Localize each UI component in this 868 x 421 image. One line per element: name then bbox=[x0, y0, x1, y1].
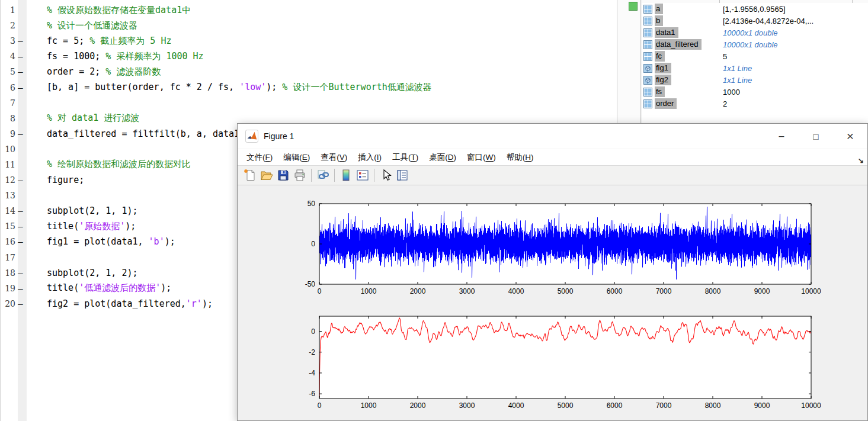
variable-name[interactable]: fig2 bbox=[655, 75, 671, 85]
line-number: 4 bbox=[1, 52, 15, 61]
workspace-row-fs[interactable]: fs1000 bbox=[642, 86, 868, 98]
variable-name[interactable]: b bbox=[655, 15, 663, 26]
code-line[interactable]: 1% 假设原始数据存储在变量data1中 bbox=[1, 2, 617, 18]
line-number: 7 bbox=[1, 98, 15, 108]
matrix-icon bbox=[643, 52, 652, 61]
line-number: 1 bbox=[1, 5, 15, 15]
svg-text:1000: 1000 bbox=[361, 287, 377, 295]
open-file-icon[interactable] bbox=[260, 168, 274, 182]
svg-text:4000: 4000 bbox=[508, 401, 524, 410]
line-number: 5 bbox=[1, 67, 15, 76]
code-text: subplot(2, 1, 1); bbox=[25, 205, 138, 216]
variable-value: 1000 bbox=[723, 88, 740, 97]
executable-line-marker[interactable]: – bbox=[15, 36, 25, 46]
menu-d[interactable]: 桌面(D) bbox=[424, 152, 462, 163]
svg-text:9000: 9000 bbox=[754, 287, 770, 295]
variable-value: 1x1 Line bbox=[723, 76, 752, 85]
menu-h[interactable]: 帮助(H) bbox=[501, 152, 539, 163]
code-line[interactable]: 6–[b, a] = butter(order, fc * 2 / fs, 'l… bbox=[1, 79, 617, 95]
code-text: order = 2; % 滤波器阶数 bbox=[25, 66, 161, 78]
variable-name[interactable]: fs bbox=[655, 86, 665, 97]
save-figure-icon[interactable] bbox=[276, 168, 290, 182]
new-figure-icon[interactable] bbox=[243, 168, 257, 182]
figure-window-title: Figure 1 bbox=[264, 124, 294, 149]
workspace-row-fig1[interactable]: fig11x1 Line bbox=[642, 62, 868, 74]
menu-t[interactable]: 工具(T) bbox=[387, 152, 424, 163]
line-number: 19 bbox=[1, 284, 15, 293]
svg-text:2000: 2000 bbox=[410, 287, 426, 295]
line-number: 9 bbox=[1, 129, 15, 139]
workspace-row-data_filtered[interactable]: data_filtered10000x1 double bbox=[642, 38, 868, 50]
svg-text:9000: 9000 bbox=[754, 401, 770, 410]
svg-text:7000: 7000 bbox=[656, 287, 672, 295]
print-figure-icon[interactable] bbox=[293, 168, 307, 182]
svg-text:0: 0 bbox=[311, 327, 315, 336]
svg-text:5000: 5000 bbox=[558, 401, 574, 410]
executable-line-marker[interactable]: – bbox=[15, 67, 25, 76]
code-line[interactable]: 7 bbox=[1, 95, 617, 111]
toolbar-separator bbox=[311, 169, 312, 182]
variable-name[interactable]: order bbox=[655, 98, 677, 109]
code-text: fs = 1000; % 采样频率为 1000 Hz bbox=[25, 51, 204, 62]
code-text: % 假设原始数据存储在变量data1中 bbox=[25, 5, 191, 16]
close-button[interactable]: × bbox=[833, 124, 867, 149]
maximize-button[interactable]: □ bbox=[799, 124, 833, 149]
executable-line-marker[interactable]: – bbox=[15, 221, 25, 231]
executable-line-marker[interactable]: – bbox=[15, 237, 25, 246]
executable-line-marker[interactable]: – bbox=[15, 268, 25, 278]
code-line[interactable]: 5–order = 2; % 滤波器阶数 bbox=[1, 64, 617, 79]
variable-name[interactable]: data1 bbox=[655, 27, 678, 38]
code-text: title('原始数据'); bbox=[25, 221, 136, 232]
executable-line-marker[interactable]: – bbox=[15, 52, 25, 61]
executable-line-marker[interactable]: – bbox=[15, 175, 25, 185]
matrix-icon bbox=[643, 17, 652, 25]
code-text: data_filtered = filtfilt(b, a, data1); bbox=[25, 128, 250, 139]
line-number: 17 bbox=[1, 253, 15, 262]
code-text: title('低通滤波后的数据'); bbox=[25, 282, 171, 294]
menu-w[interactable]: 窗口(W) bbox=[462, 152, 501, 163]
line-number: 10 bbox=[1, 144, 15, 154]
variable-name[interactable]: fig1 bbox=[655, 63, 671, 73]
svg-text:0: 0 bbox=[318, 401, 322, 410]
menu-f[interactable]: 文件(F) bbox=[241, 152, 278, 163]
workspace-row-order[interactable]: order2 bbox=[642, 98, 868, 110]
svg-text:8000: 8000 bbox=[705, 401, 721, 410]
variable-name[interactable]: data_filtered bbox=[655, 39, 702, 50]
workspace-row-data1[interactable]: data110000x1 double bbox=[642, 27, 868, 38]
figure-titlebar[interactable]: Figure 1 –□× bbox=[238, 124, 867, 149]
variable-name[interactable]: a bbox=[655, 4, 663, 14]
code-analyzer-indicator[interactable] bbox=[629, 2, 638, 11]
insert-legend-icon[interactable] bbox=[355, 168, 370, 182]
executable-line-marker[interactable]: – bbox=[15, 206, 25, 216]
workspace-row-b[interactable]: b[2.4136e-04,4.8272e-04,... bbox=[642, 15, 868, 27]
toolbar-separator bbox=[374, 169, 374, 182]
svg-text:-4: -4 bbox=[309, 369, 315, 377]
line-number: 11 bbox=[1, 160, 15, 169]
variable-value: [2.4136e-04,4.8272e-04,... bbox=[723, 17, 813, 25]
svg-text:-2: -2 bbox=[309, 348, 315, 356]
property-inspector-icon[interactable] bbox=[395, 168, 409, 182]
figure-window: Figure 1 –□× 文件(F)编辑(E)查看(V)插入(I)工具(T)桌面… bbox=[237, 123, 868, 421]
minimize-button[interactable]: – bbox=[764, 124, 799, 149]
workspace-row-fc[interactable]: fc5 bbox=[642, 50, 868, 62]
edit-plot-icon[interactable] bbox=[379, 168, 393, 182]
code-line[interactable]: 3–fc = 5; % 截止频率为 5 Hz bbox=[1, 33, 617, 49]
menu-i[interactable]: 插入(I) bbox=[353, 152, 387, 163]
executable-line-marker[interactable]: – bbox=[15, 284, 25, 293]
line-number: 18 bbox=[1, 268, 15, 278]
executable-line-marker[interactable]: – bbox=[15, 83, 25, 92]
link-plot-icon[interactable] bbox=[316, 168, 330, 182]
code-line[interactable]: 4–fs = 1000; % 采样频率为 1000 Hz bbox=[1, 49, 617, 64]
menu-v[interactable]: 查看(V) bbox=[315, 152, 353, 163]
code-line[interactable]: 2% 设计一个低通滤波器 bbox=[1, 18, 617, 33]
svg-text:7000: 7000 bbox=[656, 401, 672, 410]
dock-figure-icon[interactable]: ↘ bbox=[858, 156, 864, 165]
variable-name[interactable]: fc bbox=[655, 51, 665, 62]
workspace-row-a[interactable]: a[1,-1.9556,0.9565] bbox=[642, 3, 868, 15]
workspace-row-fig2[interactable]: fig21x1 Line bbox=[642, 74, 868, 86]
executable-line-marker[interactable]: – bbox=[15, 299, 25, 308]
executable-line-marker[interactable]: – bbox=[15, 129, 25, 139]
insert-colorbar-icon[interactable] bbox=[339, 168, 353, 182]
code-text: [b, a] = butter(order, fc * 2 / fs, 'low… bbox=[25, 82, 432, 93]
menu-e[interactable]: 编辑(E) bbox=[278, 152, 315, 163]
